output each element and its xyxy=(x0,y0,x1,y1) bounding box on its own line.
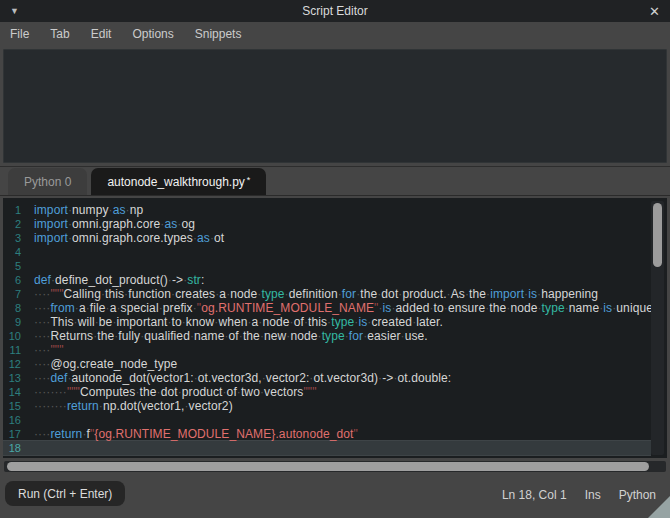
line-number: 15 xyxy=(3,399,29,413)
line-number: 7 xyxy=(3,287,29,301)
line-number: 16 xyxy=(3,413,29,427)
tab-autonode-walkthrough-py[interactable]: autonode_walkthrough.py* xyxy=(91,168,266,195)
code-line[interactable]: 18 xyxy=(3,441,651,455)
code-text: ····@og.create_node_type xyxy=(29,357,177,371)
line-number: 6 xyxy=(3,273,29,287)
tab-python-0[interactable]: Python 0 xyxy=(8,168,87,195)
line-number: 12 xyxy=(3,357,29,371)
code-line[interactable]: 1import·numpy·as·np xyxy=(3,203,651,217)
tab-label: autonode_walkthrough.py xyxy=(107,175,244,189)
code-text: ····This·will·be·important·to·know·when·… xyxy=(29,315,443,329)
tab-bar: Python 0autonode_walkthrough.py* xyxy=(0,166,670,196)
code-line[interactable]: 9····This·will·be·important·to·know·when… xyxy=(3,315,651,329)
line-number: 11 xyxy=(3,343,29,357)
horizontal-scrollbar[interactable] xyxy=(4,461,666,472)
cursor-position: Ln 18, Col 1 xyxy=(502,488,567,502)
code-text: ····""" xyxy=(29,343,64,357)
code-lines[interactable]: 1import·numpy·as·np2import·omni.graph.co… xyxy=(3,198,651,458)
close-icon[interactable]: ✕ xyxy=(649,4,660,19)
line-number: 4 xyxy=(3,245,29,259)
code-line[interactable]: 10····Returns·the·fully·qualified·name·o… xyxy=(3,329,651,343)
code-line[interactable]: 12····@og.create_node_type xyxy=(3,357,651,371)
line-number: 17 xyxy=(3,427,29,441)
code-text: ········"""Computes·the·dot·product·of·t… xyxy=(29,385,317,399)
line-number: 1 xyxy=(3,203,29,217)
line-number: 13 xyxy=(3,371,29,385)
code-editor[interactable]: 1import·numpy·as·np2import·omni.graph.co… xyxy=(3,198,667,458)
code-text: ····def·autonode_dot(vector1:·ot.vector3… xyxy=(29,371,451,385)
menu-item-tab[interactable]: Tab xyxy=(50,27,69,41)
code-text: ····"""Calling·this·function·creates·a·n… xyxy=(29,287,598,301)
code-text: ····Returns·the·fully·qualified·name·of·… xyxy=(29,329,428,343)
output-panel[interactable] xyxy=(3,49,667,163)
menu-bar: FileTabEditOptionsSnippets xyxy=(0,22,670,46)
unsaved-indicator: * xyxy=(247,175,251,185)
insert-mode-indicator: Ins xyxy=(585,488,601,502)
code-text: import·omni.graph.core·as·og xyxy=(29,217,195,231)
line-number: 8 xyxy=(3,301,29,315)
titlebar: ▼ Script Editor ✕ xyxy=(0,0,670,22)
code-line[interactable]: 14········"""Computes·the·dot·product·of… xyxy=(3,385,651,399)
code-text xyxy=(29,245,34,259)
code-text xyxy=(29,441,34,455)
code-text xyxy=(29,259,34,273)
menu-item-edit[interactable]: Edit xyxy=(91,27,112,41)
menu-item-options[interactable]: Options xyxy=(132,27,173,41)
line-number: 3 xyxy=(3,231,29,245)
code-text: ····return·f"{og.RUNTIME_MODULE_NAME}.au… xyxy=(29,427,358,441)
code-line[interactable]: 16 xyxy=(3,413,651,427)
line-number: 18 xyxy=(3,441,29,455)
line-number: 14 xyxy=(3,385,29,399)
code-text: ····from·a·file·a·special·prefix·"og.RUN… xyxy=(29,301,651,315)
code-line[interactable]: 5 xyxy=(3,259,651,273)
code-text: def·define_dot_product()·->·str: xyxy=(29,273,204,287)
status-right: Ln 18, Col 1 Ins Python xyxy=(502,488,656,502)
code-line[interactable]: 2import·omni.graph.core·as·og xyxy=(3,217,651,231)
line-number: 5 xyxy=(3,259,29,273)
code-text: import·numpy·as·np xyxy=(29,203,143,217)
code-line[interactable]: 17····return·f"{og.RUNTIME_MODULE_NAME}.… xyxy=(3,427,651,441)
script-editor-window: ▼ Script Editor ✕ FileTabEditOptionsSnip… xyxy=(0,0,670,517)
code-line[interactable]: 6def·define_dot_product()·->·str: xyxy=(3,273,651,287)
horizontal-scrollbar-thumb[interactable] xyxy=(7,462,649,471)
line-number: 9 xyxy=(3,315,29,329)
window-title: Script Editor xyxy=(0,4,670,18)
resize-handle-icon[interactable] xyxy=(648,496,670,518)
line-number: 2 xyxy=(3,217,29,231)
code-line[interactable]: 7····"""Calling·this·function·creates·a·… xyxy=(3,287,651,301)
code-line[interactable]: 8····from·a·file·a·special·prefix·"og.RU… xyxy=(3,301,651,315)
menu-item-snippets[interactable]: Snippets xyxy=(195,27,242,41)
code-text: import·omni.graph.core.types·as·ot xyxy=(29,231,224,245)
tab-label: Python 0 xyxy=(24,175,71,189)
vertical-scrollbar-thumb[interactable] xyxy=(653,203,662,267)
line-number: 10 xyxy=(3,329,29,343)
code-line[interactable]: 11····""" xyxy=(3,343,651,357)
code-line[interactable]: 4 xyxy=(3,245,651,259)
menu-item-file[interactable]: File xyxy=(10,27,29,41)
status-bar: Run (Ctrl + Enter) Ln 18, Col 1 Ins Pyth… xyxy=(0,472,670,517)
vertical-scrollbar[interactable] xyxy=(651,201,664,455)
code-line[interactable]: 3import·omni.graph.core.types·as·ot xyxy=(3,231,651,245)
code-line[interactable]: 13····def·autonode_dot(vector1:·ot.vecto… xyxy=(3,371,651,385)
code-line[interactable]: 15········return·np.dot(vector1,·vector2… xyxy=(3,399,651,413)
code-text xyxy=(29,413,34,427)
run-button[interactable]: Run (Ctrl + Enter) xyxy=(5,481,125,506)
code-text: ········return·np.dot(vector1,·vector2) xyxy=(29,399,233,413)
